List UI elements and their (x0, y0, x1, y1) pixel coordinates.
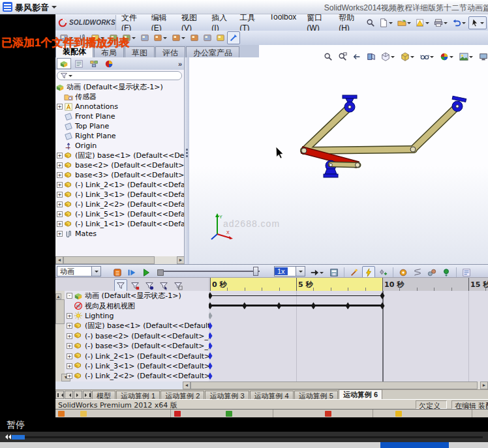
select-button[interactable] (468, 16, 487, 29)
study-type-select[interactable]: 动画 (57, 266, 101, 276)
scroll-left-button[interactable]: ◄ (55, 256, 63, 264)
timeline-row[interactable] (209, 331, 488, 341)
view-orientation-button[interactable] (379, 50, 397, 63)
timeline-zoom-slider-handle[interactable] (253, 267, 258, 276)
study-tab-model[interactable]: 模型 (92, 391, 115, 399)
reference-geometry-button[interactable] (170, 31, 188, 44)
open-button[interactable] (395, 16, 414, 29)
expand-plus-icon[interactable]: + (57, 192, 63, 198)
motion-tree-item[interactable]: +Lighting (65, 311, 209, 321)
feature-tree-item[interactable]: Front Plane (55, 112, 185, 121)
undo-button[interactable] (450, 16, 468, 29)
menu-item-0[interactable]: 文件(F) (116, 14, 146, 33)
section-view-button[interactable] (365, 50, 378, 63)
player-seek-track[interactable] (12, 436, 483, 438)
keyframe-black[interactable] (209, 302, 213, 309)
scene-button[interactable] (457, 50, 476, 63)
study-tab-3[interactable]: 运动算例 3 (205, 391, 249, 399)
collapse-minus-icon[interactable]: - (67, 293, 72, 299)
dropdown-caret-icon[interactable] (469, 56, 473, 60)
dropdown-caret-icon[interactable] (320, 272, 324, 276)
dimxpert-tab[interactable] (102, 58, 116, 69)
study-nav-last-button[interactable] (83, 391, 91, 399)
feature-tree-item[interactable]: +base<3> (Default<<Default>_显示状态 1>) (55, 170, 185, 180)
feature-tree-item[interactable]: +Annotations (55, 102, 185, 112)
instant3d-button[interactable] (227, 31, 240, 44)
expand-plus-icon[interactable]: + (67, 313, 72, 319)
featuremanager-filter-box[interactable] (57, 71, 182, 80)
study-tab-6[interactable]: 运动算例 6 (339, 389, 382, 399)
graphics-viewport[interactable]: ad2688.com (189, 45, 488, 264)
motion-tree-item[interactable]: +(固定) base<1> (Default<<Default>_显示状态 1>… (65, 321, 209, 331)
keyframe-blue[interactable] (209, 322, 213, 329)
feature-panel-hscrollbar[interactable]: ◄ ► (55, 256, 185, 264)
show-hidden-components-button[interactable] (138, 31, 151, 44)
feature-tree-item[interactable]: +(-) Link_5<1> (Default<<Default>_显示状态 1… (55, 209, 185, 219)
menu-item-5[interactable]: Toolbox (264, 14, 301, 33)
previous-view-button[interactable] (350, 50, 363, 63)
dropdown-caret-icon[interactable] (444, 22, 448, 26)
motion-tree-vscrollbar[interactable]: ▲ ▼ (55, 291, 65, 381)
filter-animated-button[interactable] (129, 279, 142, 292)
dropdown-caret-icon[interactable] (430, 56, 434, 60)
player-seek-progress[interactable] (12, 435, 25, 440)
expand-plus-icon[interactable]: + (67, 343, 72, 349)
study-nav-first-button[interactable] (55, 391, 64, 399)
study-tab-4[interactable]: 运动算例 4 (250, 391, 294, 399)
scroll-left-button[interactable]: ◄ (183, 381, 191, 389)
hide-show-button[interactable] (418, 50, 436, 63)
expand-plus-icon[interactable]: + (67, 333, 72, 339)
zoom-area-button[interactable] (336, 50, 349, 63)
expand-plus-icon[interactable]: + (57, 162, 63, 168)
expand-plus-icon[interactable]: + (57, 172, 63, 178)
expand-plus-icon[interactable]: + (57, 104, 63, 110)
dropdown-caret-icon[interactable] (181, 37, 185, 41)
timeline-row[interactable] (209, 371, 488, 381)
menu-item-6[interactable]: 窗口(W) (301, 14, 333, 33)
feature-tree-item[interactable]: +Mates (55, 229, 185, 239)
feature-tree-item[interactable]: +(固定) base<1> (Default<<Default>_显示状态 1>… (55, 151, 185, 160)
motion-tree-item[interactable]: +(-) Link_2<2> (Default<<Default>_显示状态 1… (65, 371, 209, 381)
appearance-button[interactable] (438, 50, 456, 63)
keyframe-black[interactable] (209, 292, 213, 299)
feature-tree-item[interactable]: +(-) Link_1<1> (Default<<Default>_显示状态 1… (55, 219, 185, 229)
keyframe-blue[interactable] (209, 372, 213, 380)
keyframe-blue[interactable] (209, 363, 213, 370)
study-tab-1[interactable]: 运动算例 1 (116, 391, 160, 399)
feature-manager-tab[interactable] (57, 58, 71, 69)
feature-tree-root[interactable]: 动画 (Default<显示状态-1>) (55, 82, 185, 92)
filter-selected-button[interactable] (157, 279, 170, 292)
dropdown-caret-icon[interactable] (407, 22, 411, 26)
timeline-row[interactable] (209, 311, 488, 321)
dropdown-caret-icon[interactable] (450, 56, 453, 60)
timeline-hscrollbar[interactable]: ◄ ► (183, 381, 488, 389)
feature-tree-item[interactable]: 传感器 (55, 92, 185, 102)
motion-tree-item[interactable]: +(-) base<2> (Default<<Default>_显示状态 1>) (65, 331, 209, 341)
timeline-row[interactable] (209, 361, 488, 371)
study-nav-next-button[interactable] (74, 391, 82, 399)
motion-tree-item[interactable]: -动画 (Default<显示状态-1>) (65, 291, 209, 301)
scroll-thumb[interactable] (63, 256, 155, 264)
exploded-view-button[interactable] (201, 31, 214, 44)
keyframe-blue[interactable] (209, 342, 213, 350)
expand-plus-icon[interactable]: + (67, 353, 72, 359)
keyframe-black[interactable] (380, 302, 385, 309)
timeline-row[interactable] (209, 301, 488, 310)
expand-plus-icon[interactable]: + (57, 211, 63, 217)
scroll-thumb[interactable] (55, 299, 65, 324)
scroll-thumb[interactable] (191, 381, 478, 389)
menu-item-4[interactable]: 工具(T) (234, 14, 264, 33)
dropdown-caret-icon[interactable] (132, 37, 136, 41)
expand-plus-icon[interactable]: + (67, 373, 72, 379)
new-button[interactable] (377, 16, 395, 29)
timeline-row[interactable] (209, 341, 488, 351)
keyframe-black[interactable] (346, 302, 350, 309)
study-type-caret-icon[interactable] (91, 267, 100, 276)
menu-item-7[interactable]: 帮助(H) (333, 14, 364, 33)
dropdown-caret-icon[interactable] (163, 37, 167, 41)
feature-tree-item[interactable]: +base<2> (Default<<Default>_显示状态 1>) (55, 160, 185, 170)
dropdown-caret-icon[interactable] (391, 56, 395, 60)
filter-results-button[interactable] (172, 279, 185, 292)
linkage-model[interactable]: Y X (189, 45, 488, 264)
scroll-up-button[interactable]: ▲ (55, 293, 61, 299)
